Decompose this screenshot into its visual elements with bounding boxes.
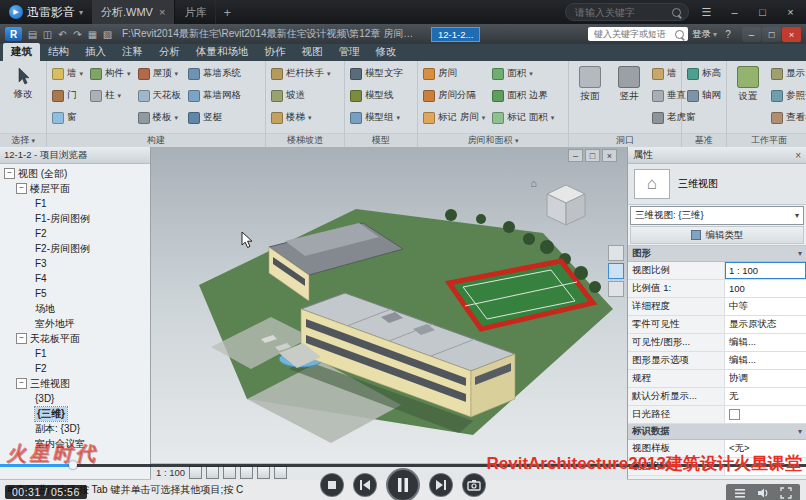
view-minimize-icon[interactable]: – — [568, 149, 583, 162]
tab-insert[interactable]: 插入 — [77, 43, 114, 61]
snapshot-button[interactable] — [462, 473, 486, 497]
group-header-graphics[interactable]: 图形▾ — [628, 246, 806, 262]
column-button[interactable]: 柱▾ — [88, 85, 133, 106]
tree-group-floor-plans[interactable]: −楼层平面 — [0, 181, 150, 196]
curtain-grid-button[interactable]: 幕墙网格 — [186, 85, 243, 106]
tree-item-active-3d-view[interactable]: {三维} — [0, 406, 150, 421]
grid-button[interactable]: 轴网 — [685, 85, 723, 106]
pause-button[interactable] — [386, 468, 420, 500]
tab-analyze[interactable]: 分析 — [151, 43, 188, 61]
properties-header[interactable]: 属性× — [628, 147, 806, 164]
tab-annotate[interactable]: 注释 — [114, 43, 151, 61]
drawing-viewport[interactable]: – □ × ⌂ — [151, 147, 627, 480]
model-text-button[interactable]: 模型文字 — [348, 63, 405, 84]
search-icon[interactable] — [672, 8, 681, 17]
room-button[interactable]: 房间 — [421, 63, 487, 84]
volume-icon[interactable] — [756, 486, 770, 500]
view-restore-icon[interactable]: □ — [585, 149, 600, 162]
fullscreen-icon[interactable] — [779, 486, 793, 500]
area-boundary-button[interactable]: 面积 边界 — [490, 85, 556, 106]
tab-massing-site[interactable]: 体量和场地 — [188, 43, 257, 61]
save-icon[interactable]: ◫ — [41, 29, 54, 40]
window-button[interactable]: 窗 — [50, 107, 85, 128]
tag-area-button[interactable]: 标记 面积▾ — [490, 107, 556, 128]
railing-button[interactable]: 栏杆扶手▾ — [269, 63, 333, 84]
properties-close-icon[interactable]: × — [795, 150, 801, 161]
shaft-button[interactable]: 竖井 — [611, 63, 647, 131]
playlist-icon[interactable] — [733, 486, 747, 500]
zoom-icon[interactable] — [608, 281, 624, 297]
level-button[interactable]: 标高 — [685, 63, 723, 84]
tree-item-view[interactable]: F1-房间图例 — [0, 211, 150, 226]
tree-item-view[interactable]: F2 — [0, 361, 150, 376]
print-icon[interactable]: ▦ — [86, 29, 99, 40]
tree-item-view[interactable]: 场地 — [0, 301, 150, 316]
door-button[interactable]: 门 — [50, 85, 85, 106]
opening-by-face-button[interactable]: 按面 — [572, 63, 608, 131]
model-group-button[interactable]: 模型组▾ — [348, 107, 405, 128]
panel-label-room-area[interactable]: 房间和面积 ▾ — [418, 133, 568, 147]
new-tab-button[interactable]: + — [216, 5, 238, 20]
tree-item-view[interactable]: F3 — [0, 256, 150, 271]
viewcube[interactable] — [539, 179, 593, 233]
edit-button[interactable]: 编辑... — [725, 334, 806, 351]
previous-button[interactable] — [353, 473, 377, 497]
workplane-set-button[interactable]: 设置 — [730, 63, 766, 131]
binoculars-icon[interactable] — [675, 30, 684, 39]
infocenter-search-input[interactable] — [592, 28, 672, 40]
crop-view-icon[interactable] — [257, 466, 270, 479]
measure-icon[interactable]: ▧ — [101, 29, 114, 40]
tab-close-icon[interactable]: × — [159, 6, 165, 18]
main-menu-icon[interactable]: ☰ — [696, 3, 717, 21]
stair-button[interactable]: 楼梯▾ — [269, 107, 333, 128]
stop-button[interactable] — [320, 473, 344, 497]
modify-button[interactable]: 修改 — [5, 63, 41, 131]
ramp-button[interactable]: 坡道 — [269, 85, 333, 106]
component-button[interactable]: 构件▾ — [88, 63, 133, 84]
edit-type-button[interactable]: 编辑类型 — [630, 226, 804, 244]
group-header-identity[interactable]: 标识数据▾ — [628, 424, 806, 440]
mullion-button[interactable]: 竖梃 — [186, 107, 243, 128]
close-button[interactable]: × — [780, 3, 801, 21]
player-search-input[interactable] — [573, 6, 667, 19]
collapse-icon[interactable]: − — [16, 378, 27, 389]
undo-icon[interactable]: ↶ — [56, 29, 69, 40]
tab-manage[interactable]: 管理 — [331, 43, 368, 61]
tab-library[interactable]: 片库 — [175, 0, 216, 24]
infocenter-search[interactable] — [588, 27, 688, 41]
wall-button[interactable]: 墙▾ — [50, 63, 85, 84]
tree-group-ceiling-plans[interactable]: −天花板平面 — [0, 331, 150, 346]
tree-group-3d-views[interactable]: −三维视图 — [0, 376, 150, 391]
tab-architecture[interactable]: 建筑 — [3, 43, 40, 61]
tree-item-view[interactable]: F2 — [0, 226, 150, 241]
video-frame[interactable]: R ▤◫↶↷▦▧ F:\Revit2014最新住宅\Revit2014最新住宅设… — [0, 24, 806, 500]
collapse-icon[interactable]: − — [16, 333, 27, 344]
viewer-button[interactable]: 查看器 — [769, 107, 806, 128]
signin-button[interactable]: 登录▾ — [692, 28, 717, 41]
tree-item-view[interactable]: F1 — [0, 196, 150, 211]
tree-item-view[interactable]: F2-房间图例 — [0, 241, 150, 256]
area-button[interactable]: 面积▾ — [490, 63, 556, 84]
view-scale-value[interactable]: 1 : 100 — [725, 262, 806, 279]
ref-plane-button[interactable]: 参照平面 — [769, 85, 806, 106]
collapse-icon[interactable]: − — [4, 168, 15, 179]
player-search[interactable] — [565, 3, 689, 21]
visual-style-icon[interactable] — [206, 466, 219, 479]
shadows-icon[interactable] — [240, 466, 253, 479]
pan-icon[interactable] — [608, 263, 624, 279]
tab-current-video[interactable]: 分析.WMV × — [92, 0, 175, 24]
steering-wheel-icon[interactable] — [608, 245, 624, 261]
panel-label-select[interactable]: 选择 ▾ — [0, 133, 46, 147]
sun-path-checkbox[interactable] — [729, 409, 740, 420]
tree-item-view[interactable]: F4 — [0, 271, 150, 286]
tab-modify[interactable]: 修改 — [368, 43, 405, 61]
tree-item-view[interactable]: 副本: {3D} — [0, 421, 150, 436]
tag-room-button[interactable]: 标记 房间▾ — [421, 107, 487, 128]
detail-level-icon[interactable] — [189, 466, 202, 479]
revit-logo-icon[interactable]: R — [5, 27, 22, 41]
tree-item-view[interactable]: 室外地坪 — [0, 316, 150, 331]
tree-item-view[interactable]: F5 — [0, 286, 150, 301]
tab-view[interactable]: 视图 — [294, 43, 331, 61]
show-crop-icon[interactable] — [274, 466, 287, 479]
curtain-system-button[interactable]: 幕墙系统 — [186, 63, 243, 84]
